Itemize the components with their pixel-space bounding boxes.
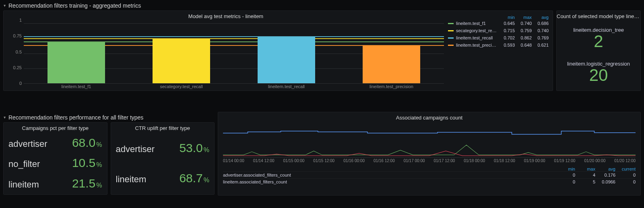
legend-row[interactable]: secategory.test_recall0.7150.7590.740 xyxy=(448,27,549,34)
x-tick: 01/17 12:00 xyxy=(433,159,455,164)
x-tick: 01/19 00:00 xyxy=(524,159,545,164)
timeseries-plot xyxy=(223,123,636,158)
x-tick: 01/16 12:00 xyxy=(374,159,395,164)
x-tick: 01/20 12:00 xyxy=(614,159,636,164)
row-title: Recommendation filters training - aggreg… xyxy=(8,2,141,9)
bar-plot: 00.250.50.751 lineitem.test_f1secategory… xyxy=(24,20,444,91)
panel-campaigns-pct[interactable]: Campaigns pct per filter type advertiser… xyxy=(3,122,107,195)
row-title: Recommendation filters performance for a… xyxy=(8,114,143,121)
panel-bar-metrics[interactable]: Model avg test metrics - lineitem 00.250… xyxy=(3,10,553,91)
x-label: lineitem.test_f1 xyxy=(24,84,129,91)
bar-legend: min max avg lineitem.test_f10.6450.7400.… xyxy=(448,11,553,91)
count-item: lineitem.decision_tree2 xyxy=(573,27,624,50)
x-tick: 01/15 12:00 xyxy=(313,159,334,164)
bar-lineitem.test_f1 xyxy=(47,42,105,83)
chevron-down-icon: ▸ xyxy=(3,117,7,119)
x-label: lineitem.test_recall xyxy=(234,84,339,91)
x-tick: 01/15 00:00 xyxy=(283,159,305,164)
panel-title: CTR uplift per filter type xyxy=(111,123,215,132)
stat-row: lineitem68.7% xyxy=(116,171,210,185)
stat-row: no_filter10.5% xyxy=(8,156,102,170)
panel-title: Count of selected model type lineit… xyxy=(557,11,640,20)
bar-secategory.test_recall xyxy=(153,39,211,83)
row-header-performance[interactable]: ▸ Recommendation filters performance for… xyxy=(3,112,215,122)
panel-ctr-uplift[interactable]: CTR uplift per filter type advertiser53.… xyxy=(111,122,215,195)
legend-row[interactable]: lineitem.test_recall0.7020.8620.769 xyxy=(448,34,549,41)
x-tick: 01/14 12:00 xyxy=(253,159,275,164)
x-label: secategory.test_recall xyxy=(129,84,234,91)
legend-row[interactable]: lineitem.test_f10.6450.7400.686 xyxy=(448,20,549,27)
x-tick: 01/16 00:00 xyxy=(343,159,365,164)
panel-associated-campaigns[interactable]: Associated campaigns count 01/14 00:0001… xyxy=(218,112,641,196)
x-tick: 01/17 00:00 xyxy=(404,159,425,164)
row-header-training[interactable]: ▸ Recommendation filters training - aggr… xyxy=(0,0,644,10)
x-tick: 01/18 00:00 xyxy=(464,159,485,164)
legend-row[interactable]: lineitem.test_precision0.5930.6480.621 xyxy=(448,41,549,49)
panel-model-count[interactable]: Count of selected model type lineit… lin… xyxy=(556,10,641,91)
bar-lineitem.test_recall xyxy=(258,37,316,83)
stat-row: advertiser68.0% xyxy=(8,136,102,150)
ts-legend-row[interactable]: advertiser.associated_filters_count040.1… xyxy=(223,171,636,178)
x-tick: 01/19 12:00 xyxy=(554,159,576,164)
x-tick: 01/20 00:00 xyxy=(584,159,605,164)
count-item: lineitem.logistic_regression20 xyxy=(567,61,630,84)
x-tick: 01/14 00:00 xyxy=(223,159,244,164)
panel-title: Model avg test metrics - lineitem xyxy=(4,11,448,20)
panel-title: Associated campaigns count xyxy=(218,112,640,122)
stat-row: lineitem21.5% xyxy=(8,177,102,190)
x-tick: 01/18 12:00 xyxy=(494,159,515,164)
chevron-down-icon: ▸ xyxy=(3,5,7,7)
stat-row: advertiser53.0% xyxy=(116,141,210,155)
panel-title: Campaigns pct per filter type xyxy=(4,123,107,132)
x-label: lineitem.test_precision xyxy=(339,84,444,91)
bar-lineitem.test_precision xyxy=(363,46,421,83)
ts-legend-row[interactable]: lineitem.associated_filters_count050.096… xyxy=(223,178,636,185)
